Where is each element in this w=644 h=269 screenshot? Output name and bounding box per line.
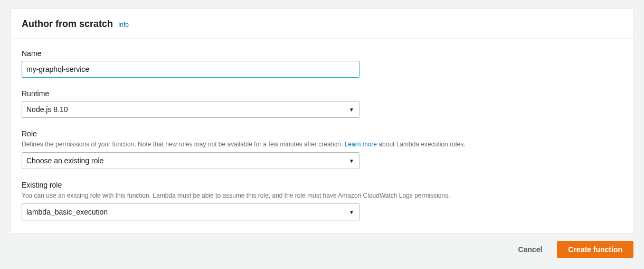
panel-header: Author from scratch Info [11, 9, 633, 39]
name-group: Name [22, 49, 622, 78]
existing-role-selected-value: lambda_basic_execution [26, 208, 108, 216]
cancel-button[interactable]: Cancel [512, 241, 548, 258]
runtime-select-wrap: Node.js 8.10 ▼ [22, 101, 359, 118]
role-hint: Defines the permissions of your function… [22, 140, 622, 149]
runtime-selected-value: Node.js 8.10 [26, 105, 68, 114]
existing-role-group: Existing role You can use an existing ro… [22, 181, 622, 220]
role-label: Role [22, 129, 622, 138]
footer: Cancel Create function [0, 234, 644, 258]
panel-title: Author from scratch [22, 18, 113, 30]
existing-role-select[interactable]: lambda_basic_execution [22, 203, 359, 220]
create-function-button[interactable]: Create function [557, 241, 633, 258]
role-selected-value: Choose an existing role [26, 156, 103, 165]
existing-role-select-wrap: lambda_basic_execution ▼ [22, 203, 359, 220]
name-label: Name [22, 49, 622, 58]
name-input[interactable] [22, 61, 359, 78]
role-select[interactable]: Choose an existing role [22, 152, 359, 169]
runtime-group: Runtime Node.js 8.10 ▼ [22, 89, 622, 118]
author-from-scratch-panel: Author from scratch Info Name Runtime No… [11, 8, 633, 234]
existing-role-hint: You can use an existing role with this f… [22, 191, 622, 200]
runtime-label: Runtime [22, 89, 622, 98]
existing-role-label: Existing role [22, 181, 622, 189]
learn-more-link[interactable]: Learn more [345, 141, 377, 148]
panel-body: Name Runtime Node.js 8.10 ▼ Role Defines… [11, 39, 633, 233]
role-select-wrap: Choose an existing role ▼ [22, 152, 359, 169]
role-group: Role Defines the permissions of your fun… [22, 129, 622, 169]
info-link[interactable]: Info [118, 21, 129, 29]
role-hint-before: Defines the permissions of your function… [22, 141, 345, 148]
runtime-select[interactable]: Node.js 8.10 [22, 101, 359, 118]
role-hint-after: about Lambda execution roles. [377, 141, 465, 148]
